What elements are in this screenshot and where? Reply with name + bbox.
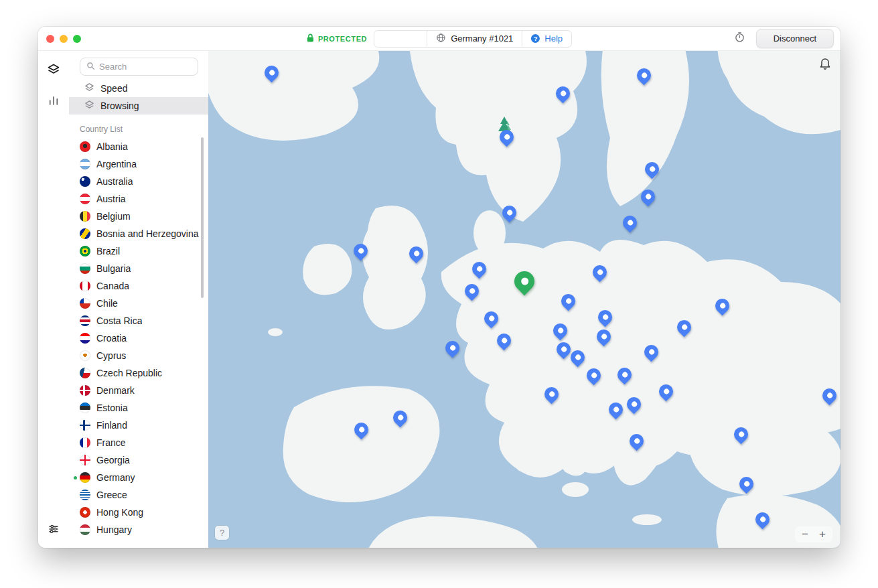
country-flag-icon [80,246,90,256]
country-name: Argentina [96,159,137,169]
zoom-window-button[interactable] [73,35,81,43]
country-name: Croatia [96,333,127,344]
country-list-item[interactable]: Austria [69,190,208,208]
help-button[interactable]: ? Help [522,31,571,47]
country-name: Costa Rica [96,315,142,326]
country-flag-icon [80,455,90,465]
country-name: Bulgaria [96,263,131,274]
country-list-item[interactable]: Bulgaria [69,260,208,277]
protected-status: PROTECTED [307,33,367,44]
country-flag-icon [80,437,90,448]
category-label: Speed [100,83,127,94]
country-name: Brazil [96,246,120,256]
country-list-item[interactable]: Chile [69,295,208,312]
current-server[interactable]: Germany #1021 [427,31,522,47]
country-list-item[interactable]: Estonia [69,399,208,417]
country-flag-icon [80,263,90,274]
country-name: France [96,437,126,448]
disconnect-button[interactable]: Disconnect [756,29,834,48]
pause-timer-icon[interactable] [734,31,745,46]
country-list: Albania Argentina Australia Austria Belg… [69,138,208,548]
map-layers-icon[interactable] [46,62,62,78]
zoom-controls: − + [795,526,832,542]
icon-rail [38,51,69,548]
server-selector: Germany #1021 ? Help [374,30,572,48]
country-list-item[interactable]: Greece [69,486,208,504]
country-name: Belgium [96,211,131,222]
search-icon [86,61,95,73]
map-help-button[interactable]: ? [215,526,229,540]
country-list-item[interactable]: Argentina [69,155,208,173]
help-icon: ? [531,34,540,43]
country-name: Hungary [96,524,132,535]
search-box[interactable] [80,58,198,76]
server-segment-spacer [374,31,427,47]
country-list-item[interactable]: Bosnia and Herzegovina [69,225,208,242]
country-list-item[interactable]: Czech Republic [69,364,208,382]
country-flag-icon [80,176,90,187]
search-input[interactable] [99,62,192,72]
notification-bell-icon[interactable] [820,58,830,73]
country-list-header: Country List [69,115,208,138]
close-window-button[interactable] [46,35,54,43]
country-list-item[interactable]: Cyprus [69,347,208,364]
country-flag-icon [80,159,90,169]
protected-label: PROTECTED [318,35,367,43]
zoom-in-button[interactable]: + [815,527,830,542]
country-list-item[interactable]: Georgia [69,451,208,469]
country-list-item[interactable]: Australia [69,173,208,190]
country-flag-icon [80,524,90,535]
country-flag-icon [80,228,90,239]
statistics-icon[interactable] [46,92,62,108]
country-list-item[interactable]: Hungary [69,521,208,538]
settings-sliders-icon[interactable] [46,521,62,537]
country-list-item[interactable]: Brazil [69,242,208,260]
country-flag-icon [80,298,90,309]
zoom-out-button[interactable]: − [798,527,812,542]
category-browsing[interactable]: Browsing [69,97,208,115]
country-name: Albania [96,141,128,152]
country-list-scrollbar[interactable] [201,137,204,298]
country-list-item[interactable]: Finland [69,417,208,434]
connected-indicator-dot [74,476,77,480]
country-name: Chile [96,298,118,309]
globe-icon [436,33,446,45]
country-flag-icon [80,194,90,204]
country-name: Finland [96,420,127,431]
country-list-item[interactable]: Denmark [69,382,208,399]
country-flag-icon [80,507,90,518]
minimize-window-button[interactable] [60,35,68,43]
nordvpn-window: PROTECTED Germany #1021 ? Help [38,27,840,548]
country-name: Denmark [96,385,135,396]
layers-icon [84,82,94,94]
country-list-item[interactable]: Albania [69,138,208,155]
current-server-label: Germany #1021 [451,33,513,44]
country-list-item[interactable]: Costa Rica [69,312,208,329]
country-name: Greece [96,490,127,500]
country-name: Czech Republic [96,368,162,378]
layers-icon [84,100,94,112]
country-list-item[interactable]: Hong Kong [69,504,208,521]
country-name: Georgia [96,455,130,465]
country-name: Estonia [96,402,128,413]
country-list-item[interactable]: Canada [69,277,208,295]
country-flag-icon [80,420,90,431]
country-flag-icon [80,490,90,500]
country-list-item[interactable]: France [69,434,208,451]
country-list-item[interactable]: Croatia [69,329,208,347]
country-flag-icon [80,281,90,291]
map-area[interactable]: ? − + [208,51,840,548]
sidebar: Speed Browsing Country List Albania Arge… [69,51,208,548]
country-list-item[interactable]: Belgium [69,208,208,225]
country-name: Australia [96,176,133,187]
country-flag-icon [80,333,90,344]
country-name: Canada [96,281,129,291]
lock-icon [307,33,314,44]
category-speed[interactable]: Speed [69,80,208,97]
country-flag-icon [80,350,90,361]
help-label: Help [544,33,563,44]
country-name: Hong Kong [96,507,143,518]
country-flag-icon [80,211,90,222]
country-flag-icon [80,402,90,413]
country-list-item[interactable]: Germany [69,469,208,486]
